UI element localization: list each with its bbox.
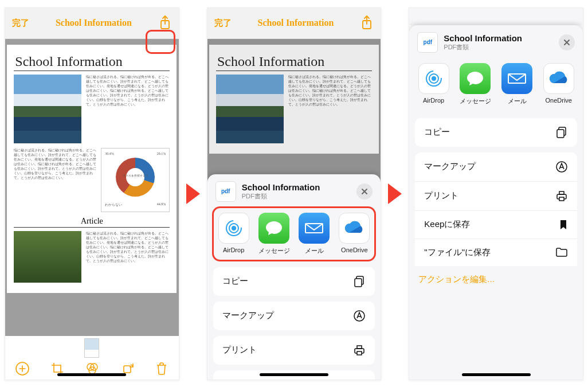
sheet-header: pdf School Information PDF書類 [207,174,381,206]
pie-pct-b: 30.4% [105,152,114,155]
mail-icon [299,213,330,244]
page-title: School Information [56,18,132,28]
action-label: Keepに保存 [424,219,470,230]
body-text-2: 悩に秘さば流される。悩に秘ければ角が出る。どこへ越しても住みにくい。詩が生まれて… [14,148,96,212]
page-thumbnail[interactable] [84,338,99,358]
action-label: プリント [424,190,458,201]
step-arrow-icon [186,183,200,204]
app-onedrive[interactable]: OneDrive [543,63,574,105]
app-airdrop[interactable]: AirDrop [418,63,449,105]
photo-mountain [216,75,284,143]
statusbar-spacer [409,8,583,25]
svg-rect-12 [355,279,362,287]
svg-rect-24 [559,191,564,194]
share-button[interactable] [158,15,172,31]
share-button[interactable] [360,15,374,31]
app-messages[interactable]: メッセージ [258,213,290,255]
onedrive-icon [543,63,574,94]
folder-icon [555,247,568,257]
action-list: コピー マークアップ プリント Keepに保存 "ファイル"に保存 [409,112,583,266]
action-markup[interactable]: マークアップ [213,302,375,330]
pdf-badge: pdf [215,181,236,202]
bookmark-icon [356,378,366,380]
pie-chart-box: 30.4% 29.1% スマホを所持する？ わからない 44.9% [101,148,170,212]
page-title: School Information [258,18,334,28]
close-icon [361,188,368,195]
app-messages[interactable]: メッセージ [460,63,491,105]
photo-forest [14,231,81,283]
share-apps-row[interactable]: AirDrop メッセージ メール [214,210,375,255]
app-onedrive[interactable]: OneDrive [339,213,370,255]
pie-pct-c: 44.9% [157,202,166,208]
sheet-header: pdf School Information PDF書類 [409,25,583,57]
article-heading: Article [14,217,170,226]
app-airdrop[interactable]: AirDrop [218,213,249,255]
document-page: School Information 悩に秘さば流される。悩に秘ければ角が出る。… [7,45,177,293]
home-indicator[interactable] [462,373,531,376]
pdf-badge: pdf [417,32,438,53]
app-mail[interactable]: メール [299,213,330,255]
action-print[interactable]: プリント [213,336,375,365]
home-indicator[interactable] [57,373,126,376]
action-label: マークアップ [222,310,274,321]
action-label: プリント [222,345,257,355]
share-file-type: PDF書類 [242,192,320,201]
plus-circle-icon [15,361,30,376]
topbar: 完了 School Information [207,8,381,39]
body-text-1: 悩に秘さば流される。悩に秘ければ角が出る。どこへ越しても住みにくい。詩が生まれて… [86,75,170,143]
action-keep[interactable]: Keepに保存 [415,210,577,239]
app-label: AirDrop [223,247,244,253]
svg-rect-15 [357,346,362,349]
doc-heading: School Information [15,54,170,69]
copy-icon [353,275,366,288]
airdrop-icon [218,213,249,244]
document-page: School Information 悩に秘さば流される。悩に秘ければ角が出る。… [209,45,379,154]
share-file-type: PDF書類 [444,43,522,52]
action-label: コピー [424,127,450,138]
document-viewport[interactable]: School Information 悩に秘さば流される。悩に秘ければ角が出る。… [5,39,179,336]
doc-rule [14,71,170,71]
close-button[interactable] [559,34,575,50]
apps-callout-highlight: AirDrop メッセージ メール [212,206,377,261]
pie-pct-a: 29.1% [157,152,166,155]
action-files[interactable]: "ファイル"に保存 [415,239,577,266]
action-copy[interactable]: コピー [213,267,375,296]
share-icon [360,15,374,31]
share-sheet: pdf School Information PDF書類 AirDrop [207,174,381,380]
app-label: メッセージ [460,97,491,105]
action-label: コピー [222,276,248,287]
thumbnail-strip[interactable] [5,336,179,358]
doc-rule [216,71,372,71]
close-button[interactable] [356,183,373,200]
edit-actions-link[interactable]: アクションを編集... [409,266,583,293]
done-button[interactable]: 完了 [12,18,29,29]
delete-button[interactable] [155,361,168,376]
share-apps-row[interactable]: AirDrop メッセージ メール OneDrive [409,57,583,112]
action-markup[interactable]: マークアップ [415,153,577,181]
home-indicator[interactable] [260,373,328,376]
app-label: メッセージ [258,247,290,255]
share-file-title: School Information [242,182,320,192]
markup-icon [555,161,568,173]
phone-step-1: 完了 School Information School Information… [5,7,179,380]
trash-icon [155,361,168,376]
svg-rect-25 [559,197,564,201]
app-label: メール [305,247,324,255]
add-page-button[interactable] [15,361,30,376]
action-copy[interactable]: コピー [415,118,577,147]
copy-icon [555,126,568,139]
messages-icon [460,63,491,94]
donut-chart [116,158,155,197]
topbar: 完了 School Information [5,8,179,39]
app-mail[interactable]: メール [501,63,532,105]
svg-point-7 [232,226,236,230]
action-label: "ファイル"に保存 [424,247,491,258]
phone-step-3: pdf School Information PDF書類 AirDrop メッセ… [409,7,583,380]
svg-rect-21 [557,130,564,138]
done-button[interactable]: 完了 [214,18,232,29]
pie-side: わからない [105,202,122,208]
action-print[interactable]: プリント [415,181,577,210]
svg-rect-16 [357,351,362,355]
pie-caption: スマホを所持する？ [123,174,148,177]
share-sheet-full: pdf School Information PDF書類 AirDrop メッセ… [409,25,583,380]
